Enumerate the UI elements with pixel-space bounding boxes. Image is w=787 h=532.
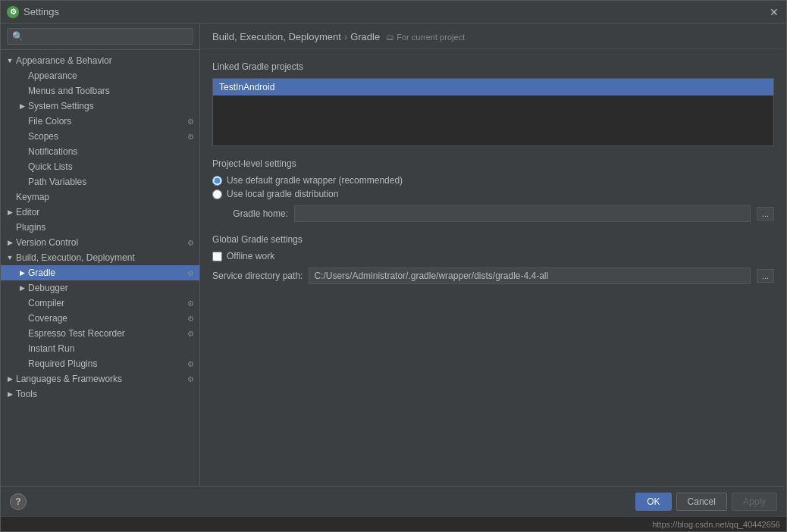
project-label: For current project (397, 33, 465, 42)
sidebar-label-required-plugins: Required Plugins (28, 358, 184, 369)
tree-arrow-editor: ▶ (4, 206, 16, 218)
sidebar-item-editor[interactable]: ▶Editor (1, 205, 199, 220)
sidebar-item-notifications[interactable]: Notifications (1, 144, 199, 159)
close-button[interactable]: ✕ (768, 6, 780, 18)
sidebar-item-gradle[interactable]: ▶Gradle⚙ (1, 265, 199, 280)
sidebar-item-coverage[interactable]: Coverage⚙ (1, 311, 199, 326)
sidebar-item-build-execution-deployment[interactable]: ▼Build, Execution, Deployment (1, 250, 199, 265)
linked-project-item[interactable]: TestInAndroid (213, 79, 773, 95)
sidebar-item-appearance[interactable]: Appearance (1, 68, 199, 83)
tree-arrow-file-colors (16, 115, 28, 127)
linked-projects-label: Linked Gradle projects (212, 61, 774, 72)
sidebar-label-appearance: Appearance (28, 70, 196, 81)
sidebar-icon-right-file-colors: ⚙ (184, 115, 196, 127)
help-button[interactable]: ? (10, 493, 27, 510)
sidebar-label-espresso-test-recorder: Espresso Test Recorder (28, 328, 184, 339)
bottom-bar: ? OK Cancel Apply (1, 486, 786, 516)
sidebar-item-path-variables[interactable]: Path Variables (1, 174, 199, 189)
tree-arrow-scopes (16, 130, 28, 142)
tree-arrow-keymap (4, 191, 16, 203)
sidebar-label-system-settings: System Settings (28, 101, 196, 111)
tree-arrow-appearance (16, 70, 28, 82)
sidebar-label-coverage: Coverage (28, 313, 184, 324)
search-input[interactable] (7, 28, 193, 45)
gradle-home-label: Gradle home: (212, 208, 288, 219)
sidebar-label-menus-toolbars: Menus and Toolbars (28, 86, 196, 96)
sidebar-label-build-execution-deployment: Build, Execution, Deployment (16, 252, 196, 263)
sidebar-item-instant-run[interactable]: Instant Run (1, 341, 199, 356)
gradle-home-row: Gradle home: ... (212, 205, 774, 222)
global-settings-section: Global Gradle settings Offline work Serv… (212, 234, 774, 284)
sidebar-label-notifications: Notifications (28, 146, 196, 157)
service-directory-browse-btn[interactable]: ... (757, 269, 774, 283)
global-gradle-label: Global Gradle settings (212, 234, 774, 245)
sidebar-item-menus-toolbars[interactable]: Menus and Toolbars (1, 83, 199, 99)
tree-arrow-espresso-test-recorder (16, 327, 28, 340)
sidebar-icon-right-espresso-test-recorder: ⚙ (184, 327, 196, 340)
status-url: https://blog.csdn.net/qq_40442656 (652, 520, 780, 529)
breadcrumb-separator: › (344, 31, 347, 42)
sidebar-item-file-colors[interactable]: File Colors⚙ (1, 114, 199, 129)
sidebar-label-path-variables: Path Variables (28, 177, 196, 187)
offline-work-row: Offline work (212, 251, 774, 261)
tree-arrow-plugins (4, 221, 16, 233)
tree-arrow-system-settings: ▶ (16, 100, 28, 112)
sidebar-icon-right-gradle: ⚙ (184, 267, 196, 279)
sidebar-item-quick-lists[interactable]: Quick Lists (1, 159, 199, 174)
radio-local[interactable] (212, 189, 222, 199)
linked-projects-list: TestInAndroid (212, 78, 774, 146)
sidebar-label-plugins: Plugins (16, 222, 196, 233)
service-directory-input[interactable] (309, 268, 750, 284)
gradle-home-browse-btn[interactable]: ... (757, 207, 774, 221)
sidebar-item-languages-frameworks[interactable]: ▶Languages & Frameworks⚙ (1, 371, 199, 386)
tree: ▼Appearance & BehaviorAppearanceMenus an… (1, 50, 199, 486)
sidebar-item-scopes[interactable]: Scopes⚙ (1, 129, 199, 144)
sidebar-item-espresso-test-recorder[interactable]: Espresso Test Recorder⚙ (1, 326, 199, 341)
tree-arrow-languages-frameworks: ▶ (4, 373, 16, 385)
offline-work-label: Offline work (227, 251, 274, 261)
settings-window: ⚙ Settings ✕ ▼Appearance & BehaviorAppea… (0, 0, 787, 532)
sidebar-icon-right-required-plugins: ⚙ (184, 358, 196, 370)
title-bar: ⚙ Settings ✕ (1, 1, 786, 23)
sidebar-label-languages-frameworks: Languages & Frameworks (16, 374, 184, 384)
radio-local-row: Use local gradle distribution (212, 189, 774, 199)
tree-arrow-compiler (16, 297, 28, 309)
service-directory-row: Service directory path: ... (212, 268, 774, 284)
title-bar-left: ⚙ Settings (7, 6, 59, 18)
breadcrumb: Build, Execution, Deployment › Gradle 🗂 … (200, 23, 786, 49)
tree-arrow-menus-toolbars (16, 85, 28, 97)
sidebar-label-file-colors: File Colors (28, 116, 184, 127)
main-content: ▼Appearance & BehaviorAppearanceMenus an… (1, 23, 786, 486)
sidebar-item-keymap[interactable]: Keymap (1, 189, 199, 205)
project-level-label: Project-level settings (212, 158, 774, 169)
cancel-button[interactable]: Cancel (676, 493, 727, 511)
tree-arrow-appearance-behavior: ▼ (4, 55, 16, 67)
sidebar-label-scopes: Scopes (28, 131, 184, 142)
sidebar-item-tools[interactable]: ▶Tools (1, 386, 199, 402)
sidebar-label-version-control: Version Control (16, 237, 184, 248)
sidebar-item-compiler[interactable]: Compiler⚙ (1, 296, 199, 311)
sidebar-item-plugins[interactable]: Plugins (1, 220, 199, 235)
sidebar-label-appearance-behavior: Appearance & Behavior (16, 55, 196, 66)
breadcrumb-project: 🗂 For current project (386, 33, 465, 42)
sidebar-item-appearance-behavior[interactable]: ▼Appearance & Behavior (1, 53, 199, 68)
sidebar-item-version-control[interactable]: ▶Version Control⚙ (1, 235, 199, 250)
sidebar-item-debugger[interactable]: ▶Debugger (1, 280, 199, 296)
apply-button[interactable]: Apply (732, 493, 777, 511)
project-settings-section: Project-level settings Use default gradl… (212, 158, 774, 222)
sidebar-item-required-plugins[interactable]: Required Plugins⚙ (1, 356, 199, 371)
bottom-left: ? (10, 493, 27, 510)
offline-work-checkbox[interactable] (212, 252, 222, 261)
radio-local-label: Use local gradle distribution (227, 189, 338, 199)
sidebar-icon-right-scopes: ⚙ (184, 130, 196, 142)
settings-panel: Linked Gradle projects TestInAndroid Pro… (200, 49, 786, 486)
sidebar-item-system-settings[interactable]: ▶System Settings (1, 99, 199, 114)
radio-default[interactable] (212, 176, 222, 186)
sidebar-label-editor: Editor (16, 207, 196, 217)
sidebar-label-tools: Tools (16, 389, 196, 399)
tree-arrow-quick-lists (16, 161, 28, 173)
ok-button[interactable]: OK (635, 493, 671, 511)
tree-arrow-path-variables (16, 176, 28, 188)
app-icon: ⚙ (7, 6, 19, 18)
gradle-home-input[interactable] (294, 205, 751, 222)
